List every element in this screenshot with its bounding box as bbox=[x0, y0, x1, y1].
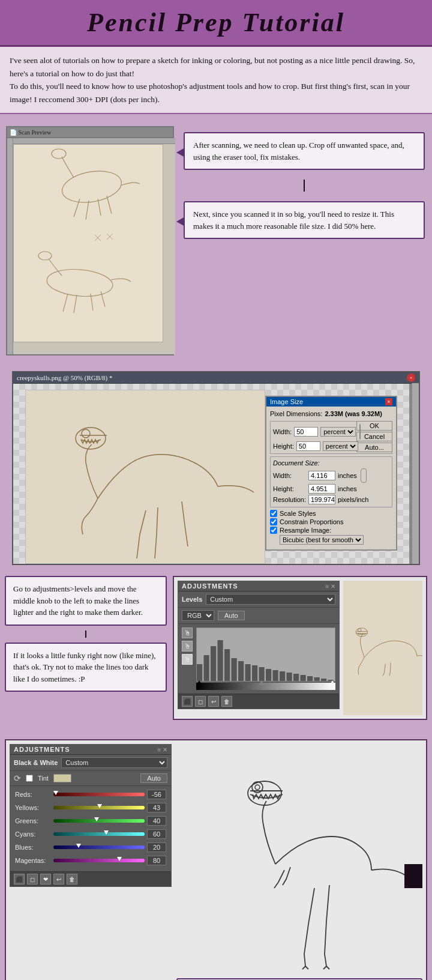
reds-value[interactable] bbox=[147, 790, 166, 799]
svg-line-4 bbox=[98, 199, 101, 216]
svg-point-7 bbox=[38, 252, 52, 260]
channel-select[interactable]: RGB bbox=[182, 610, 214, 621]
levels-preset-select[interactable]: Custom bbox=[206, 594, 335, 605]
svg-rect-35 bbox=[314, 677, 320, 682]
auto-bw-button[interactable]: Auto bbox=[140, 773, 167, 783]
svg-rect-29 bbox=[273, 670, 278, 682]
white-eyedropper[interactable]: 🖱 bbox=[182, 654, 193, 665]
svg-rect-23 bbox=[232, 658, 237, 682]
adj-icon-3[interactable]: ↩ bbox=[208, 696, 219, 707]
svg-point-38 bbox=[356, 628, 367, 637]
section-scan: 📄 Scan Preview bbox=[0, 114, 432, 368]
dialog-close-icon[interactable]: × bbox=[385, 398, 392, 405]
dialog-title: Image Size bbox=[270, 398, 303, 405]
bw-icon-1[interactable]: ⬛ bbox=[14, 874, 25, 885]
adjustments-levels-panel: ADJUSTMENTS ≡ ✕ Levels Custom RGB bbox=[178, 581, 340, 709]
svg-line-9 bbox=[74, 295, 77, 313]
adjustments-bw-panel: ADJUSTMENTS ≡ ✕ Black & White Custom ⟳ bbox=[10, 744, 172, 887]
svg-rect-19 bbox=[204, 655, 209, 682]
tint-swatch[interactable] bbox=[53, 774, 71, 782]
ps-titlebar: creepyskulls.png @ 50% (RGB/8) * × bbox=[13, 372, 419, 384]
scan-window: 📄 Scan Preview bbox=[6, 126, 174, 355]
cyans-value[interactable] bbox=[147, 829, 166, 839]
bw-icon-2[interactable]: ◻ bbox=[27, 874, 38, 885]
svg-point-42 bbox=[255, 785, 260, 790]
intro-line2: To do this, you'll need to know how to u… bbox=[10, 80, 422, 106]
svg-line-5 bbox=[107, 196, 112, 214]
svg-point-1 bbox=[52, 149, 66, 159]
gray-eyedropper[interactable]: 🖱 bbox=[182, 641, 193, 652]
resample-method-select[interactable]: Bicubic (best for smooth gradients) bbox=[280, 535, 364, 545]
cancel-button[interactable]: Cancel bbox=[356, 432, 392, 441]
adj-panel-title: ADJUSTMENTS bbox=[182, 582, 238, 590]
svg-line-3 bbox=[86, 201, 89, 220]
svg-rect-27 bbox=[259, 667, 265, 682]
bw-preset-select[interactable]: Custom bbox=[61, 757, 167, 768]
intro-section: I've seen alot of tutorials on how to pr… bbox=[0, 47, 432, 114]
scale-styles-checkbox[interactable] bbox=[270, 510, 277, 517]
page-title: Pencil Prep Tutorial bbox=[12, 7, 420, 38]
magentas-value[interactable] bbox=[147, 856, 166, 865]
adj-icon-4[interactable]: 🗑 bbox=[221, 696, 232, 707]
svg-rect-26 bbox=[252, 665, 257, 682]
ps-close-icon[interactable]: × bbox=[407, 374, 415, 382]
svg-rect-34 bbox=[307, 676, 313, 682]
bw-icon-3[interactable]: ❤ bbox=[40, 874, 51, 885]
adj-icon-1[interactable]: ⬛ bbox=[182, 696, 193, 707]
intro-line1: I've seen alot of tutorials on how to pr… bbox=[10, 54, 422, 80]
scan-image-area bbox=[7, 138, 175, 354]
svg-line-8 bbox=[63, 294, 68, 312]
bubble-resize: Next, since you scanned it in so big, yo… bbox=[184, 201, 425, 239]
svg-rect-36 bbox=[321, 679, 326, 682]
header: Pencil Prep Tutorial bbox=[0, 0, 432, 47]
bubble-levels: Go to adjustments>levels and move the mi… bbox=[5, 576, 167, 626]
bw-big-panel: ADJUSTMENTS ≡ ✕ Black & White Custom ⟳ bbox=[5, 739, 427, 980]
width-input[interactable] bbox=[294, 427, 318, 437]
bw-icon-5[interactable]: 🗑 bbox=[67, 874, 77, 885]
constrain-checkbox[interactable] bbox=[270, 518, 277, 525]
svg-rect-32 bbox=[293, 674, 299, 682]
svg-rect-25 bbox=[245, 664, 251, 682]
svg-rect-22 bbox=[224, 649, 230, 682]
height-input[interactable] bbox=[296, 441, 320, 451]
bubble-funky: If it looks a little funky right now (li… bbox=[5, 643, 167, 692]
resample-checkbox[interactable] bbox=[270, 527, 277, 534]
yellows-value[interactable] bbox=[147, 803, 166, 812]
svg-rect-24 bbox=[238, 661, 244, 682]
auto-button[interactable]: Auto... bbox=[356, 443, 392, 452]
adj-icon-2[interactable]: ◻ bbox=[195, 696, 206, 707]
bw-icon-4[interactable]: ↩ bbox=[53, 874, 64, 885]
height-unit-select[interactable]: percent bbox=[323, 441, 358, 451]
section-resize: creepyskulls.png @ 50% (RGB/8) * × bbox=[0, 368, 432, 571]
width-unit-select[interactable]: percent bbox=[320, 427, 356, 437]
black-eyedropper[interactable]: 🖱 bbox=[182, 628, 193, 638]
svg-point-17 bbox=[82, 429, 90, 438]
ok-button[interactable]: OK bbox=[356, 421, 392, 431]
svg-rect-18 bbox=[197, 664, 202, 682]
ps-window: creepyskulls.png @ 50% (RGB/8) * × bbox=[12, 371, 420, 565]
histogram bbox=[196, 628, 335, 682]
svg-rect-21 bbox=[218, 640, 223, 682]
rotation-icon: ⟳ bbox=[14, 773, 21, 783]
svg-rect-33 bbox=[301, 675, 306, 682]
section-bw: ADJUSTMENTS ≡ ✕ Black & White Custom ⟳ bbox=[0, 734, 432, 980]
svg-rect-28 bbox=[266, 669, 271, 682]
blues-value[interactable] bbox=[147, 842, 166, 852]
svg-point-0 bbox=[59, 167, 124, 207]
greens-value[interactable] bbox=[147, 816, 166, 826]
auto-levels-button[interactable]: Auto bbox=[218, 611, 245, 620]
svg-rect-20 bbox=[211, 646, 216, 682]
svg-rect-30 bbox=[280, 671, 285, 682]
svg-point-6 bbox=[46, 267, 113, 299]
svg-rect-31 bbox=[287, 673, 292, 682]
bubble-cleanup: After scanning, we need to clean up. Cro… bbox=[184, 132, 425, 170]
doc-size-label: Document Size: bbox=[273, 459, 389, 467]
image-size-dialog: Image Size × Pixel Dimensions: 2.33M (wa… bbox=[265, 396, 397, 551]
section-levels: Go to adjustments>levels and move the mi… bbox=[0, 571, 432, 725]
tint-checkbox[interactable] bbox=[26, 775, 33, 782]
